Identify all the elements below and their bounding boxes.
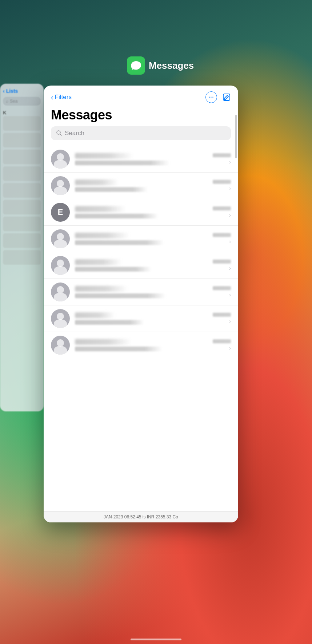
behind-row-5 [3,183,41,198]
message-content [75,179,210,192]
message-name [75,233,129,238]
message-time [213,233,231,237]
behind-row-2 [3,133,41,147]
person-avatar-icon [51,336,70,355]
behind-lists-header: ‹ Lists [3,88,41,94]
avatar [51,150,70,169]
message-content [75,312,210,325]
page-title-section: Messages [44,106,238,126]
message-name [75,339,131,345]
message-content [75,259,210,272]
messages-app-icon [127,56,145,75]
message-name [75,259,122,265]
message-meta: › [213,180,231,192]
message-item[interactable]: › [44,279,238,305]
message-item[interactable]: › [44,252,238,279]
message-item[interactable]: › [44,332,238,358]
avatar-letter: E [58,208,63,217]
avatar [51,176,70,195]
message-item[interactable]: E › [44,199,238,226]
behind-row-7 [3,217,41,231]
behind-row-6 [3,200,41,214]
message-content [75,153,210,165]
behind-section-k: K [3,109,41,116]
page-title: Messages [51,107,231,123]
back-label: Filters [55,94,72,101]
behind-row-1 [3,116,41,131]
card-header: ‹ Filters ··· [44,86,238,106]
message-content [75,339,210,351]
message-item[interactable]: › [44,146,238,173]
message-preview [75,320,144,325]
behind-app-card[interactable]: ‹ Lists ⌕ Sea K [0,84,44,411]
chevron-right-icon: › [229,318,231,325]
message-meta: › [213,153,231,165]
message-preview [75,347,162,351]
message-list: › › E [44,143,238,361]
message-preview [75,240,164,245]
message-meta: › [213,339,231,351]
message-time [213,286,231,290]
search-bar[interactable]: Search [51,126,231,140]
message-name [75,286,128,292]
message-item[interactable]: › [44,305,238,332]
message-time [213,313,231,317]
message-meta: › [213,313,231,325]
back-chevron-icon: ‹ [51,94,53,101]
behind-row-9 [3,250,41,265]
behind-row-3 [3,150,41,164]
home-indicator [131,639,181,640]
message-preview [75,267,151,272]
svg-line-2 [60,134,61,135]
search-icon [56,130,62,137]
search-placeholder: Search [65,130,84,137]
message-meta: › [213,260,231,272]
chevron-right-icon: › [229,159,231,165]
header-actions: ··· [205,91,231,103]
message-item[interactable]: › [44,173,238,199]
message-preview [75,161,169,165]
message-content [75,286,210,298]
chevron-right-icon: › [229,292,231,298]
message-item[interactable]: › [44,226,238,252]
bottom-notification: JAN-2023 06:52:45 is INR 2355.33 Co [44,511,238,522]
messages-card: ‹ Filters ··· Messages [44,86,238,522]
message-time [213,206,231,210]
chevron-right-icon: › [229,238,231,245]
message-preview [75,187,148,192]
behind-search-bar: ⌕ Sea [3,97,41,106]
chevron-right-icon: › [229,212,231,218]
behind-row-4 [3,166,41,181]
message-name [75,179,119,185]
person-avatar-icon [51,283,70,301]
avatar: E [51,203,70,222]
more-button[interactable]: ··· [205,91,217,103]
chevron-right-icon: › [229,345,231,351]
avatar [51,283,70,301]
more-icon: ··· [209,95,214,100]
back-button[interactable]: ‹ Filters [51,94,72,101]
avatar [51,229,70,248]
message-name [75,206,126,212]
message-meta: › [213,233,231,245]
compose-button[interactable] [222,93,231,102]
app-title: Messages [149,60,194,71]
avatar [51,256,70,275]
message-time [213,260,231,264]
message-content [75,233,210,245]
message-name [75,312,115,318]
person-avatar-icon [51,229,70,248]
message-time [213,339,231,343]
message-preview [75,293,166,298]
app-switcher-label: Messages [127,56,194,75]
message-content [75,206,210,218]
message-meta: › [213,286,231,298]
behind-row-8 [3,233,41,248]
message-name [75,153,133,159]
chevron-right-icon: › [229,185,231,192]
avatar [51,309,70,328]
person-avatar-icon [51,256,70,275]
person-avatar-icon [51,150,70,169]
message-preview [75,214,159,218]
avatar [51,336,70,355]
